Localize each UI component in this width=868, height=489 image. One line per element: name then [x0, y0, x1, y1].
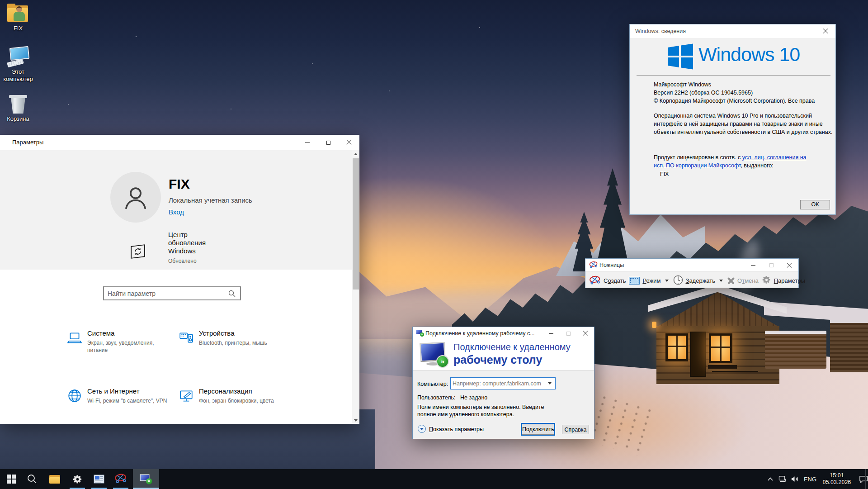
- taskbar-system-info-button[interactable]: [89, 469, 109, 489]
- winver-titlebar[interactable]: Windows: сведения: [630, 24, 835, 38]
- minimize-button[interactable]: [744, 259, 762, 272]
- delay-button[interactable]: Задержать: [673, 275, 725, 286]
- gear-icon: [72, 474, 83, 484]
- tile-network[interactable]: Сеть и Интернет Wi-Fi, режим "в самолете…: [67, 386, 175, 427]
- rdp-header-line2: рабочему столу: [453, 353, 542, 366]
- account-avatar[interactable]: [110, 172, 161, 223]
- cabin-woodpile: [765, 331, 826, 369]
- computer-label: Компьютер:: [417, 381, 448, 387]
- scrollbar[interactable]: [352, 150, 359, 424]
- winver-os-line: объекты интеллектуальной собственности в…: [654, 128, 832, 136]
- snipping-titlebar[interactable]: Ножницы: [585, 259, 798, 272]
- clock[interactable]: 15:01 05.03.2026: [819, 469, 854, 489]
- minimize-button[interactable]: [297, 135, 318, 150]
- tile-subtitle: Экран, звук, уведомления, питание: [87, 339, 173, 354]
- account-name: FIX: [169, 176, 190, 192]
- network-status-button[interactable]: [777, 469, 788, 489]
- taskbar-rdp-button[interactable]: »: [133, 469, 159, 489]
- close-button[interactable]: [339, 135, 359, 150]
- rdp-warning-text: Поле имени компьютера не заполнено. Введ…: [417, 404, 553, 418]
- scissors-icon: [589, 260, 599, 271]
- desktop-icon-this-pc[interactable]: Этот компьютер: [0, 47, 36, 83]
- cancel-x-icon: [727, 277, 735, 284]
- file-explorer-button[interactable]: [44, 469, 65, 489]
- help-button[interactable]: Справка: [562, 425, 589, 434]
- connect-button[interactable]: Подключить: [522, 424, 554, 435]
- computer-input[interactable]: [451, 380, 548, 387]
- computer-combobox[interactable]: [450, 377, 556, 389]
- tray-time: 15:01: [823, 472, 851, 479]
- close-button[interactable]: [577, 327, 594, 340]
- sign-in-link[interactable]: Вход: [169, 208, 184, 216]
- cancel-button: Отмена: [727, 277, 759, 284]
- windows-update-icon: [129, 243, 146, 262]
- show-options-chevron-button[interactable]: [418, 425, 426, 433]
- folder-icon: [49, 475, 60, 484]
- settings-account-section: FIX Локальная учетная запись Вход Центр …: [0, 150, 359, 270]
- windows-update-status: Обновлено: [168, 258, 197, 264]
- desktop-icon-recycle-bin[interactable]: Корзина: [0, 94, 36, 123]
- options-button[interactable]: Параметры: [762, 275, 805, 286]
- license-text: Продукт лицензирован в соотв. с: [654, 154, 742, 161]
- windows-update-title[interactable]: Центр обновления Windows: [168, 231, 213, 255]
- scroll-down-button[interactable]: [352, 417, 359, 424]
- this-pc-icon: [7, 47, 29, 67]
- tray-date: 05.03.2026: [823, 479, 851, 486]
- mode-button[interactable]: Режим: [629, 277, 670, 285]
- tile-subtitle: Фон, экран блокировки, цвета: [199, 397, 285, 404]
- dropdown-arrow-icon: [665, 280, 669, 282]
- rdp-icon: »: [140, 474, 152, 484]
- taskbar-settings-button[interactable]: [67, 469, 88, 489]
- network-icon: [778, 475, 787, 483]
- show-desktop-button[interactable]: [865, 469, 868, 489]
- tile-devices[interactable]: Устройства Bluetooth, принтеры, мышь: [179, 328, 287, 369]
- network-globe-icon: [67, 388, 82, 405]
- settings-window-title: Параметры: [12, 139, 43, 146]
- winver-info-block: Майкрософт Windows Версия 22H2 (сборка О…: [654, 81, 815, 105]
- wallpaper-stars: [136, 36, 137, 37]
- winver-os-line: Операционная система Windows 10 Pro и по…: [654, 112, 832, 120]
- settings-titlebar[interactable]: Параметры: [0, 135, 359, 150]
- rdp-window-icon: »: [416, 330, 424, 337]
- system-icon: [67, 330, 82, 347]
- combo-dropdown-icon[interactable]: [548, 382, 552, 385]
- close-button[interactable]: [780, 259, 798, 272]
- volume-button[interactable]: [788, 469, 801, 489]
- rdp-titlebar[interactable]: » Подключение к удаленному рабочему с...: [413, 327, 594, 340]
- minimize-button[interactable]: [542, 327, 560, 340]
- scrollbar-thumb[interactable]: [353, 158, 359, 290]
- new-snip-button[interactable]: Создать: [589, 275, 626, 286]
- settings-search-box[interactable]: [103, 286, 241, 300]
- dropdown-arrow-icon: [719, 280, 723, 282]
- personalization-icon: [179, 388, 194, 405]
- scroll-up-button[interactable]: [352, 150, 359, 157]
- taskbar-search-button[interactable]: [22, 469, 42, 489]
- winver-licensee: FIX: [660, 171, 669, 177]
- settings-search-input[interactable]: [104, 290, 228, 297]
- cabin-door: [690, 332, 706, 377]
- language-indicator[interactable]: ENG: [801, 469, 819, 489]
- ok-button[interactable]: ОК: [800, 200, 830, 209]
- license-text: , выданного:: [741, 162, 773, 169]
- tray-expand-button[interactable]: [764, 469, 777, 489]
- maximize-button[interactable]: [318, 135, 339, 150]
- license-agreement-link[interactable]: усл. лиц. соглашения на: [742, 154, 807, 161]
- tile-system[interactable]: Система Экран, звук, уведомления, питани…: [67, 328, 175, 369]
- desktop-icon-label: Этот компьютер: [0, 68, 36, 83]
- close-button[interactable]: [815, 24, 835, 38]
- desktop-icon-fix[interactable]: FIX: [0, 4, 36, 32]
- snipping-title: Ножницы: [599, 262, 624, 268]
- search-icon: [228, 290, 236, 298]
- winver-license-block: Продукт лицензирован в соотв. с усл. лиц…: [654, 153, 807, 170]
- clock-icon: [673, 275, 683, 286]
- tile-personalization[interactable]: Персонализация Фон, экран блокировки, цв…: [179, 386, 287, 427]
- start-button[interactable]: [1, 469, 22, 489]
- winver-product-line: Майкрософт Windows: [654, 81, 815, 89]
- license-agreement-link[interactable]: исп. ПО корпорации Майкрософт: [654, 162, 741, 169]
- winver-os-block: Операционная система Windows 10 Pro и по…: [654, 112, 832, 136]
- show-options-link[interactable]: Показать параметры: [429, 426, 484, 432]
- taskbar-snipping-button[interactable]: [110, 469, 131, 489]
- winver-title: Windows: сведения: [635, 28, 686, 34]
- tile-title: Персонализация: [199, 387, 252, 395]
- settings-window: Параметры FIX Локальная учетная запись В…: [0, 135, 359, 424]
